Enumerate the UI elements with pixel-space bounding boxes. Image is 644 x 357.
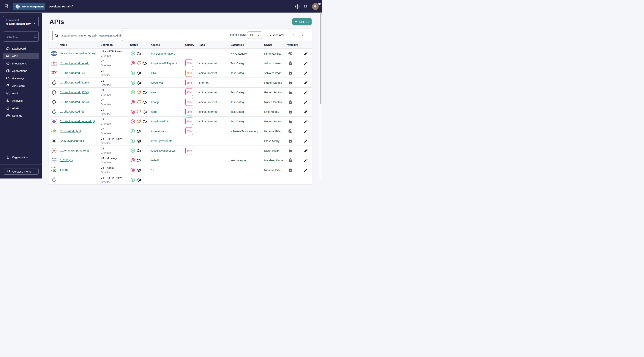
- svg-text:UX: UX: [52, 70, 57, 75]
